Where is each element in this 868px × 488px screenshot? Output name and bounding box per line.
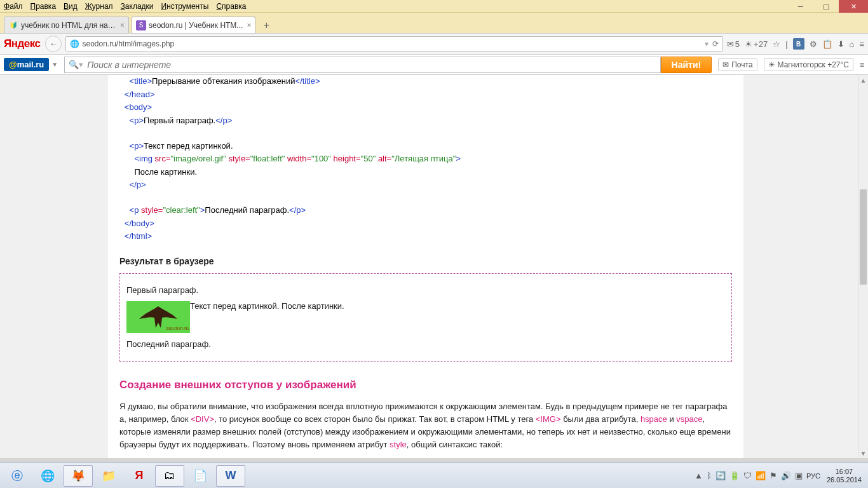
vk-icon[interactable]: B bbox=[793, 38, 804, 50]
yandex-icon[interactable]: Я bbox=[125, 465, 154, 487]
search-input[interactable] bbox=[87, 60, 660, 70]
menu-help[interactable]: Справка bbox=[216, 2, 246, 11]
link-img[interactable]: <IMG> bbox=[536, 414, 561, 424]
search-button[interactable]: Найти! bbox=[661, 57, 712, 73]
toolbar-icons: ✉ 5 ☀ +27 ☆ | B ⚙ 📋 ⬇ ⌂ ≡ bbox=[727, 38, 864, 50]
clock[interactable]: 16:07 26.05.2014 bbox=[827, 468, 862, 483]
eagle-image: seodon.ru bbox=[126, 301, 190, 333]
tab-close-icon[interactable]: × bbox=[247, 21, 251, 30]
tab-favicon: 🔰 bbox=[8, 20, 18, 30]
separator: | bbox=[785, 39, 787, 49]
tab-label: учебник по HTML для начи... bbox=[21, 21, 116, 30]
result-p1: Первый параграф. bbox=[126, 284, 725, 297]
gear-icon[interactable]: ⚙ bbox=[810, 39, 817, 49]
star-icon[interactable]: ☆ bbox=[773, 39, 780, 49]
tab-2-active[interactable]: S seodon.ru | Учебник HTM... × bbox=[132, 17, 255, 33]
section-paragraph: Я думаю, вы обратили внимание, что изобр… bbox=[119, 400, 732, 452]
explorer-icon[interactable]: 📁 bbox=[94, 465, 123, 487]
menu-file[interactable]: Файл bbox=[4, 2, 23, 11]
folder-icon[interactable]: 🗂 bbox=[155, 465, 184, 487]
scroll-thumb[interactable] bbox=[860, 189, 867, 285]
menu-tools[interactable]: Инструменты bbox=[161, 2, 209, 11]
tray-app-icon[interactable]: ▣ bbox=[795, 471, 803, 480]
toolbar-menu-icon[interactable]: ≡ bbox=[860, 60, 864, 69]
mail-link[interactable]: ✉ Почта bbox=[718, 58, 757, 71]
window-maximize[interactable]: ▢ bbox=[813, 0, 839, 13]
firefox-icon[interactable]: 🦊 bbox=[64, 465, 93, 487]
url-bar[interactable]: 🌐 seodon.ru/html/images.php ▾ ⟳ bbox=[65, 36, 722, 51]
ie-icon[interactable]: ⓔ bbox=[3, 465, 32, 487]
firefox-menubar: Файл Правка Вид Журнал Закладки Инструме… bbox=[0, 0, 868, 13]
menu-history[interactable]: Журнал bbox=[85, 2, 113, 11]
menu-icon[interactable]: ≡ bbox=[859, 39, 864, 49]
mailru-toolbar: @mail.ru ▼ 🔍▾ Найти! ✉ Почта ☀ Магнитого… bbox=[0, 55, 868, 75]
vertical-scrollbar[interactable]: ▲ ▼ bbox=[858, 75, 868, 458]
tab-favicon: S bbox=[136, 20, 146, 30]
scroll-up-icon[interactable]: ▲ bbox=[858, 75, 868, 85]
article-content: <title>Прерывание обтекания изображений<… bbox=[108, 75, 743, 458]
yandex-logo[interactable]: Яндекс bbox=[4, 37, 40, 50]
menu-bookmarks[interactable]: Закладки bbox=[121, 2, 154, 11]
battery-icon[interactable]: 🔋 bbox=[729, 471, 740, 480]
tab-1[interactable]: 🔰 учебник по HTML для начи... × bbox=[4, 17, 129, 33]
volume-icon[interactable]: 🔊 bbox=[781, 471, 791, 480]
sync-icon[interactable]: 🔄 bbox=[715, 471, 726, 480]
result-p2: Текст перед картинкой. После картинки. bbox=[190, 301, 344, 311]
notepad-icon[interactable]: 📄 bbox=[186, 465, 215, 487]
mail-indicator[interactable]: ✉ 5 bbox=[727, 39, 740, 49]
search-icon: 🔍▾ bbox=[69, 60, 83, 69]
weather-indicator[interactable]: ☀ +27 bbox=[745, 39, 768, 49]
tab-label: seodon.ru | Учебник HTM... bbox=[149, 21, 243, 30]
tray-up-icon[interactable]: ▲ bbox=[695, 471, 703, 480]
network-icon[interactable]: 📶 bbox=[756, 471, 766, 480]
result-p3: Последний параграф. bbox=[126, 338, 725, 351]
download-icon[interactable]: ⬇ bbox=[837, 39, 844, 49]
chrome-icon[interactable]: 🌐 bbox=[33, 465, 62, 487]
window-minimize[interactable]: ─ bbox=[788, 0, 813, 13]
language-indicator[interactable]: РУС bbox=[806, 472, 820, 480]
result-heading: Результат в браузере bbox=[119, 255, 732, 268]
bluetooth-icon[interactable]: ᛒ bbox=[707, 471, 712, 480]
menu-view[interactable]: Вид bbox=[64, 2, 78, 11]
mailru-logo[interactable]: @mail.ru bbox=[4, 58, 49, 71]
dropdown-icon[interactable]: ▾ bbox=[705, 39, 709, 48]
section-heading: Создание внешних отступов у изображений bbox=[119, 377, 732, 393]
window-close[interactable]: ✕ bbox=[839, 0, 868, 13]
back-button[interactable]: ← bbox=[45, 36, 62, 52]
home-icon[interactable]: ⌂ bbox=[850, 39, 855, 49]
word-icon[interactable]: W bbox=[216, 465, 245, 487]
link-div[interactable]: <DIV> bbox=[191, 414, 214, 424]
search-box: 🔍▾ bbox=[64, 57, 660, 73]
clipboard-icon[interactable]: 📋 bbox=[822, 39, 832, 49]
dropdown-icon[interactable]: ▼ bbox=[51, 61, 58, 68]
menu-edit[interactable]: Правка bbox=[31, 2, 57, 11]
browser-result-box: Первый параграф. seodon.ru Текст перед к… bbox=[119, 273, 732, 362]
page-viewport: <title>Прерывание обтекания изображений<… bbox=[0, 75, 868, 458]
url-text: seodon.ru/html/images.php bbox=[82, 39, 174, 48]
navigation-toolbar: Яндекс ← 🌐 seodon.ru/html/images.php ▾ ⟳… bbox=[0, 33, 868, 55]
tab-strip: 🔰 учебник по HTML для начи... × S seodon… bbox=[0, 13, 868, 33]
site-identity-icon: 🌐 bbox=[70, 39, 79, 48]
shield-icon[interactable]: 🛡 bbox=[743, 471, 752, 480]
code-example: <title>Прерывание обтекания изображений<… bbox=[119, 75, 732, 243]
scroll-down-icon[interactable]: ▼ bbox=[858, 448, 868, 458]
city-weather[interactable]: ☀ Магнитогорск +27°C bbox=[764, 58, 853, 71]
reload-icon[interactable]: ⟳ bbox=[712, 39, 719, 48]
new-tab-button[interactable]: + bbox=[258, 18, 275, 33]
tab-close-icon[interactable]: × bbox=[120, 21, 125, 30]
windows-taskbar: ⓔ 🌐 🦊 📁 Я 🗂 📄 W ▲ ᛒ 🔄 🔋 🛡 📶 ⚑ 🔊 ▣ РУС 16… bbox=[0, 463, 868, 488]
system-tray: ▲ ᛒ 🔄 🔋 🛡 📶 ⚑ 🔊 ▣ РУС 16:07 26.05.2014 bbox=[695, 468, 865, 483]
flag-icon[interactable]: ⚑ bbox=[770, 471, 777, 480]
